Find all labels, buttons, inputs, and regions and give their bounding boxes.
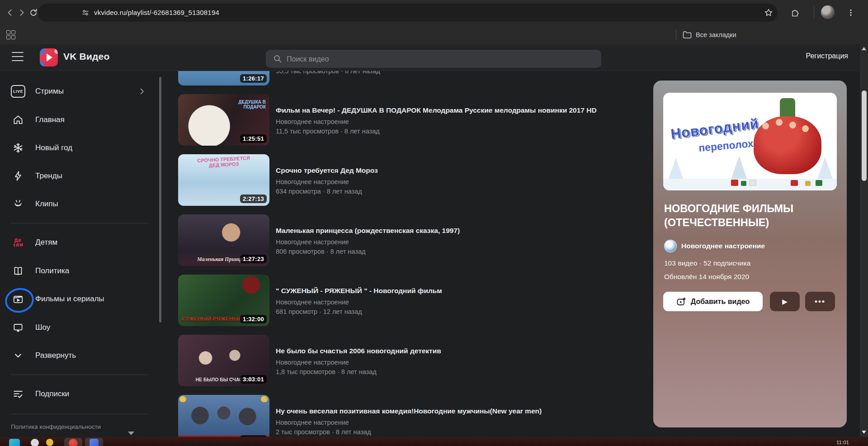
video-row[interactable]: СУЖЕНЫЙ-РЯЖЕНЫЙ 1:32:00 " СУЖЕНЫЙ - РЯЖЕ…: [178, 275, 644, 326]
video-title[interactable]: Фильм на Вечер! - ДЕДУШКА В ПОДАРОК Мело…: [276, 106, 637, 114]
extensions-puzzle-icon[interactable]: [788, 6, 801, 19]
thumbnail-overlay-text: СУЖЕНЫЙ-РЯЖЕНЫЙ: [182, 316, 242, 322]
sidebar-item-streams[interactable]: LIVE Стримы: [0, 84, 157, 99]
site-settings-icon[interactable]: [81, 9, 90, 17]
video-title[interactable]: " СУЖЕНЫЙ - РЯЖЕНЫЙ " - Новогодний фильм: [276, 287, 637, 295]
play-playlist-button[interactable]: ▶: [770, 292, 800, 311]
sidebar-item-new-year[interactable]: Новый год: [0, 141, 157, 155]
gift-box: [816, 180, 822, 186]
taskbar-app-icon[interactable]: [9, 439, 20, 446]
video-channel[interactable]: Новогоднее настроение: [276, 178, 349, 185]
taskbar-app-icon[interactable]: [31, 439, 39, 446]
channel-name[interactable]: Новогоднее настроение: [681, 242, 765, 250]
video-title[interactable]: Срочно требуется Дед Мороз: [276, 166, 637, 175]
search-input[interactable]: [286, 50, 595, 69]
kids-icon: Детям: [11, 235, 25, 250]
chevron-down-icon: [11, 348, 25, 363]
vk-video-logo[interactable]: [40, 48, 58, 66]
forward-icon[interactable]: [15, 6, 28, 19]
url-bar[interactable]: vkvideo.ru/playlist/-62681369_51308194: [38, 4, 778, 22]
toolbar-divider: [814, 6, 814, 18]
back-icon[interactable]: [4, 6, 16, 19]
bookmarks-divider: [676, 30, 676, 40]
more-icon: •••: [815, 299, 826, 304]
taskbar-clock: 11:01: [836, 440, 849, 445]
bell-decoration: [261, 396, 268, 402]
sidebar-item-kids[interactable]: Детям Детям: [0, 235, 157, 250]
sidebar-item-label: Главная: [35, 113, 65, 127]
subscriptions-icon: [11, 387, 25, 401]
brand-title[interactable]: VK Видео: [63, 51, 110, 62]
thumbnail-overlay-text: СРОЧНО ТРЕБУЕТСЯ ДЕД МОРОЗ: [194, 155, 253, 169]
video-title[interactable]: Маленькая принцесса (рождественская сказ…: [276, 227, 637, 235]
video-duration-badge: 1:26:17: [240, 74, 267, 83]
video-row[interactable]: СРОЧНО ТРЕБУЕТСЯ ДЕД МОРОЗ 2:27:13 Срочн…: [178, 154, 644, 206]
video-thumbnail[interactable]: СРОЧНО ТРЕБУЕТСЯ ДЕД МОРОЗ 2:27:13: [178, 154, 269, 206]
sidebar-item-movies[interactable]: Фильмы и сериалы: [0, 292, 157, 306]
sidebar-item-label: Шоу: [35, 320, 50, 335]
sidebar-item-shows[interactable]: Шоу: [0, 320, 157, 335]
taskbar-app-icon[interactable]: [90, 439, 99, 446]
video-row[interactable]: ДЕДУШКА В ПОДАРОК 1:25:51 Фильм на Вечер…: [178, 94, 644, 146]
tree-decoration: [817, 157, 833, 180]
video-title[interactable]: Ну очень веселая позитивная комедия!Ново…: [276, 407, 637, 415]
video-thumbnail[interactable]: ДЕДУШКА В ПОДАРОК 1:25:51: [178, 94, 269, 146]
movies-icon: [11, 292, 25, 306]
lightning-icon: [11, 169, 25, 183]
video-duration-badge: 1:32:00: [240, 315, 267, 323]
sidebar-item-home[interactable]: Главная: [0, 113, 157, 127]
video-thumbnail[interactable]: СУЖЕНЫЙ-РЯЖЕНЫЙ 1:32:00: [178, 275, 269, 326]
register-link[interactable]: Регистрация: [806, 52, 848, 60]
search-bar[interactable]: [266, 50, 601, 68]
bookmark-star-icon[interactable]: [762, 6, 775, 19]
video-channel[interactable]: Новогоднее настроение: [276, 118, 349, 125]
cover-face: [789, 122, 796, 128]
scroll-down-icon[interactable]: [862, 431, 866, 434]
playlist-channel-row[interactable]: Новогоднее настроение: [664, 240, 765, 252]
sidebar-item-subscriptions[interactable]: Подписки: [0, 387, 157, 401]
cover-face: [802, 125, 809, 132]
video-thumbnail[interactable]: Маленькая Принцесса 1:27:23: [178, 214, 269, 266]
sidebar-scrollbar[interactable]: [159, 77, 161, 323]
sidebar-item-label: Фильмы и сериалы: [35, 292, 104, 306]
screen: vkvideo.ru/playlist/-62681369_51308194 В…: [0, 0, 868, 446]
playlist-cover[interactable]: Новогодний переполох: [663, 93, 837, 190]
sidebar-item-politics[interactable]: Политика: [0, 264, 157, 278]
browser-profile-avatar[interactable]: [821, 5, 835, 19]
more-actions-button[interactable]: •••: [805, 292, 835, 311]
add-video-button[interactable]: Добавить видео: [663, 292, 763, 311]
sidebar-item-trends[interactable]: Тренды: [0, 169, 157, 183]
sidebar-item-label: Политика: [35, 264, 69, 278]
video-row[interactable]: Маленькая Принцесса 1:27:23 Маленькая пр…: [178, 214, 644, 266]
video-row[interactable]: НЕ БЫЛО БЫ СЧАСТЬЯ 3:03:01 Не было бы сч…: [178, 335, 644, 386]
browser-menu-icon[interactable]: [844, 6, 857, 19]
sidebar-item-expand[interactable]: Развернуть: [0, 348, 157, 363]
video-thumbnail[interactable]: НЕ БЫЛО БЫ СЧАСТЬЯ 3:03:01: [178, 335, 269, 386]
play-icon: ▶: [782, 298, 788, 306]
url-text: vkvideo.ru/playlist/-62681369_51308194: [94, 9, 219, 16]
sidebar-item-label: Подписки: [35, 387, 69, 401]
playlist-updated: Обновлён 14 ноября 2020: [664, 273, 749, 281]
privacy-policy-link[interactable]: Политика конфиденциальности: [11, 423, 101, 430]
sidebar-divider: [11, 414, 147, 414]
taskbar-app-icon[interactable]: [46, 439, 53, 446]
taskbar-app-icon[interactable]: [69, 439, 78, 446]
video-channel[interactable]: Новогоднее настроение: [276, 419, 349, 426]
video-channel[interactable]: Новогоднее настроение: [276, 359, 349, 366]
sidebar-scroll-down-icon[interactable]: [128, 432, 134, 435]
book-icon: [11, 264, 25, 278]
all-bookmarks-button[interactable]: Все закладки: [683, 29, 736, 41]
video-title[interactable]: Не было бы счастья 2006 новогодний детек…: [276, 347, 637, 355]
apps-grid-icon[interactable]: [6, 30, 15, 39]
video-duration-badge: 1:25:51: [240, 134, 267, 143]
sidebar-item-clips[interactable]: Клипы: [0, 197, 157, 211]
video-duration-badge: 1:27:23: [240, 255, 267, 263]
scroll-up-icon[interactable]: [862, 47, 866, 50]
video-channel[interactable]: Новогоднее настроение: [276, 299, 349, 306]
tv-icon: [11, 320, 25, 335]
video-channel[interactable]: Новогоднее настроение: [276, 238, 349, 246]
page-scrollbar-thumb[interactable]: [862, 90, 867, 181]
sidebar-divider: [11, 223, 147, 223]
hamburger-menu-icon[interactable]: [12, 52, 24, 62]
gift-box: [731, 180, 738, 186]
